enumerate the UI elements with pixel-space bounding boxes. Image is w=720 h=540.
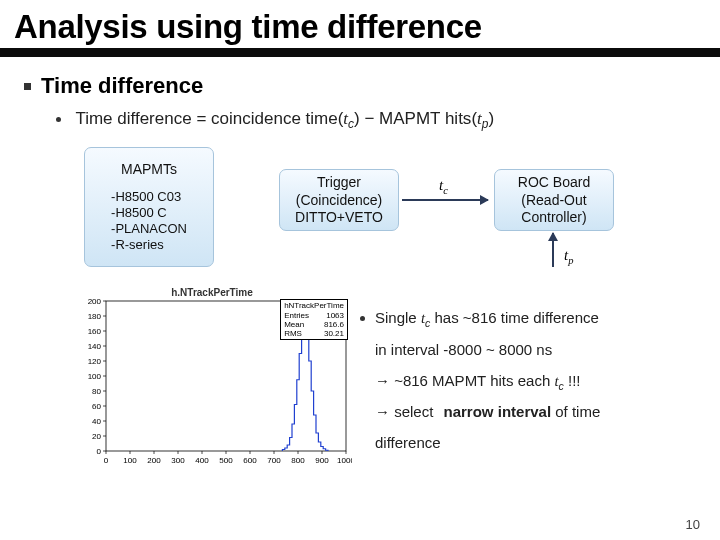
stat-rms: 30.21 bbox=[324, 329, 344, 338]
svg-text:100: 100 bbox=[88, 372, 102, 381]
roc-l3: Controller) bbox=[521, 209, 586, 227]
svg-text:600: 600 bbox=[243, 456, 257, 465]
arrow-trigger-to-roc bbox=[402, 199, 488, 201]
slide-title: Analysis using time difference bbox=[0, 0, 720, 48]
roc-l1: ROC Board bbox=[518, 174, 590, 192]
trigger-l1: Trigger bbox=[317, 174, 361, 192]
square-bullet-icon bbox=[24, 83, 31, 90]
formula-line: Time difference = coincidence time(tc) −… bbox=[24, 109, 696, 131]
trigger-l3: DITTO+VETO bbox=[295, 209, 383, 227]
stat-entries-label: Entries bbox=[284, 311, 309, 320]
tc-sub: c bbox=[348, 117, 354, 131]
svg-text:0: 0 bbox=[104, 456, 109, 465]
chart-stat-box: hNTrackPerTime Entries1063 Mean816.6 RMS… bbox=[280, 299, 348, 340]
dot-bullet-icon bbox=[56, 117, 61, 122]
svg-text:160: 160 bbox=[88, 327, 102, 336]
svg-text:800: 800 bbox=[291, 456, 305, 465]
svg-text:80: 80 bbox=[92, 387, 101, 396]
note-line-3: → ~816 MAPMT hits each tc !!! bbox=[360, 366, 704, 398]
stat-name-label: hNTrackPerTime bbox=[284, 301, 344, 310]
tp-sub: p bbox=[482, 117, 489, 131]
mapmt-line: -H8500 C bbox=[111, 205, 187, 221]
svg-text:200: 200 bbox=[147, 456, 161, 465]
page-number: 10 bbox=[686, 517, 700, 532]
note-line-5: difference bbox=[360, 428, 704, 459]
section-heading: Time difference bbox=[41, 73, 203, 99]
title-underline bbox=[0, 48, 720, 57]
equals: = bbox=[196, 109, 206, 128]
coincidence-label: coincidence time bbox=[211, 109, 338, 128]
svg-text:100: 100 bbox=[123, 456, 137, 465]
roc-box: ROC Board (Read-Out Controller) bbox=[494, 169, 614, 231]
section-header-row: Time difference bbox=[24, 73, 696, 99]
stat-rms-label: RMS bbox=[284, 329, 302, 338]
mapmts-lines: -H8500 C03 -H8500 C -PLANACON -R-series bbox=[111, 189, 187, 254]
mapmts-box: MAPMTs -H8500 C03 -H8500 C -PLANACON -R-… bbox=[84, 147, 214, 267]
tc-arrow-label: tc bbox=[439, 177, 448, 196]
svg-text:900: 900 bbox=[315, 456, 329, 465]
svg-text:140: 140 bbox=[88, 342, 102, 351]
dot-bullet-icon bbox=[360, 316, 365, 321]
svg-text:20: 20 bbox=[92, 432, 101, 441]
stat-mean-label: Mean bbox=[284, 320, 304, 329]
mapmt-line: -PLANACON bbox=[111, 221, 187, 237]
roc-l2: (Read-Out bbox=[521, 192, 586, 210]
mapmt-hits-label: MAPMT hits bbox=[379, 109, 471, 128]
svg-text:1000: 1000 bbox=[337, 456, 352, 465]
svg-text:300: 300 bbox=[171, 456, 185, 465]
mapmt-line: -R-series bbox=[111, 237, 187, 253]
svg-text:180: 180 bbox=[88, 312, 102, 321]
mapmt-line: -H8500 C03 bbox=[111, 189, 187, 205]
minus: − bbox=[364, 109, 374, 128]
svg-text:120: 120 bbox=[88, 357, 102, 366]
note-line-1: Single tc has ~816 time difference bbox=[360, 303, 704, 335]
svg-text:40: 40 bbox=[92, 417, 101, 426]
tp-arrow-label: tp bbox=[564, 247, 573, 266]
svg-text:60: 60 bbox=[92, 402, 101, 411]
stat-mean: 816.6 bbox=[324, 320, 344, 329]
stat-entries: 1063 bbox=[326, 311, 344, 320]
svg-text:500: 500 bbox=[219, 456, 233, 465]
trigger-l2: (Coincidence) bbox=[296, 192, 382, 210]
note-line-2: in interval -8000 ~ 8000 ns bbox=[360, 335, 704, 366]
note-line-4: → select narrow interval of time bbox=[360, 397, 704, 428]
svg-text:700: 700 bbox=[267, 456, 281, 465]
svg-text:200: 200 bbox=[88, 297, 102, 306]
mapmts-title: MAPMTs bbox=[121, 161, 177, 179]
svg-text:0: 0 bbox=[97, 447, 102, 456]
chart-title: h.NTrackPerTime bbox=[72, 287, 352, 298]
histogram-chart: h.NTrackPerTime hNTrackPerTime Entries10… bbox=[72, 289, 352, 469]
formula-lhs: Time difference bbox=[75, 109, 191, 128]
block-diagram: MAPMTs -H8500 C03 -H8500 C -PLANACON -R-… bbox=[24, 139, 696, 289]
right-notes: Single tc has ~816 time difference in in… bbox=[360, 289, 710, 469]
arrow-tp-into-roc bbox=[552, 233, 554, 267]
svg-text:400: 400 bbox=[195, 456, 209, 465]
trigger-box: Trigger (Coincidence) DITTO+VETO bbox=[279, 169, 399, 231]
